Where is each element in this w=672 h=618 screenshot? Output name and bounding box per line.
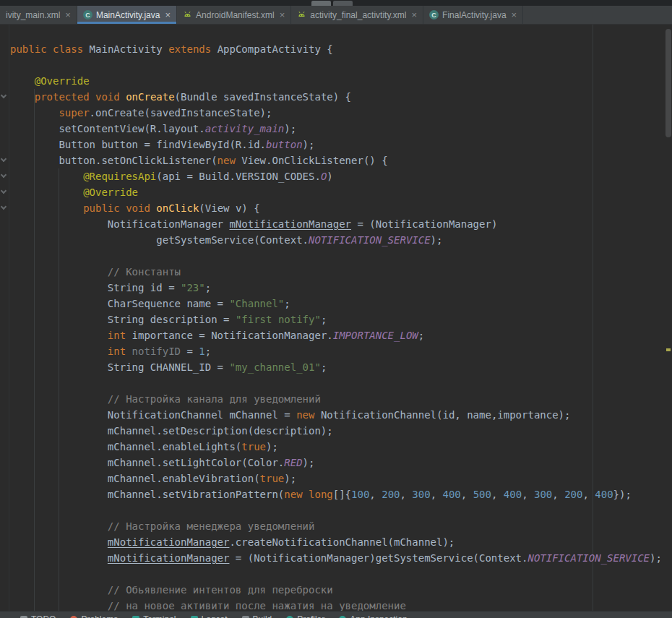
android-studio-window: ivity_main.xml×CMainActivity.java×Androi… — [0, 0, 672, 618]
code-line: String id = "23"; — [10, 280, 672, 296]
fold-arrow-icon[interactable] — [1, 188, 7, 194]
tab-bar: ivity_main.xml×CMainActivity.java×Androi… — [0, 6, 672, 25]
main-toolbar — [0, 0, 672, 6]
code-line: // Настройка менеджера уведомлений — [10, 518, 672, 534]
code-line: CharSequence name = "Channel"; — [10, 296, 672, 312]
code-line: int importance = NotificationManager.IMP… — [10, 327, 672, 343]
code-line: String CHANNEL_ID = "my_channel_01"; — [10, 359, 672, 375]
code-line: // Настройка канала для уведомлений — [10, 391, 672, 407]
code-line: setContentView(R.layout.activity_main); — [10, 121, 672, 137]
close-tab-icon[interactable]: × — [165, 10, 171, 20]
code-line — [10, 375, 672, 391]
tab-label: ivity_main.xml — [6, 10, 60, 20]
code-line: mChannel.enableVibration(true); — [10, 471, 672, 486]
toolwindow-button-problems[interactable]: Problems — [70, 614, 118, 618]
code-line: NotificationChannel mChannel = new Notif… — [10, 407, 672, 423]
toolwindow-button-app-inspection[interactable]: App Inspection — [339, 614, 407, 618]
code-line: // Константы — [10, 264, 672, 280]
close-tab-icon[interactable]: × — [412, 10, 418, 20]
status-bar: TODOProblemsTerminalLogcatBuildProfilerA… — [0, 611, 672, 618]
code-area: public class MainActivity extends AppCom… — [10, 41, 672, 614]
toolwindow-label: Logcat — [202, 614, 228, 618]
close-tab-icon[interactable]: × — [65, 10, 71, 20]
tab-label: MainActivity.java — [96, 10, 160, 20]
code-line: getSystemService(Context.NOTIFICATION_SE… — [10, 232, 672, 248]
code-line: int notifyID = 1; — [10, 343, 672, 359]
close-tab-icon[interactable]: × — [280, 10, 285, 20]
java-class-icon: C — [83, 10, 92, 20]
toolwindow-button-terminal[interactable]: Terminal — [132, 614, 176, 618]
fold-arrow-icon[interactable] — [1, 156, 7, 162]
close-tab-icon[interactable]: × — [512, 10, 517, 20]
toolwindow-button-build[interactable]: Build — [242, 614, 272, 618]
fold-arrow-icon[interactable] — [1, 204, 7, 210]
tab-mainactivity-java[interactable]: CMainActivity.java× — [77, 6, 177, 24]
code-line: mChannel.enableLights(true); — [10, 439, 672, 455]
code-line: mChannel.setVibrationPattern(new long[]{… — [10, 486, 672, 502]
tab-activity-final-activtity-xml[interactable]: activity_final_activtity.xml× — [291, 6, 423, 24]
code-line: String description = "first notify"; — [10, 312, 672, 327]
code-line: public class MainActivity extends AppCom… — [10, 41, 672, 57]
code-line: mNotificationManager.createNotificationC… — [10, 534, 672, 550]
toolwindow-button-logcat[interactable]: Logcat — [191, 614, 228, 618]
code-line: @Override — [10, 73, 672, 89]
code-line: NotificationManager mNotificationManager… — [10, 216, 672, 232]
toolwindow-label: Terminal — [143, 614, 176, 618]
code-line: mNotificationManager = (NotificationMana… — [10, 550, 672, 566]
warning-stripe-mark — [666, 348, 671, 351]
fold-arrow-icon[interactable] — [1, 93, 7, 98]
toolwindow-label: Profiler — [297, 614, 324, 618]
code-line: mChannel.setDescription(description); — [10, 423, 672, 439]
code-line: button.setOnClickListener(new View.OnCli… — [10, 153, 672, 168]
java-class-icon: C — [429, 10, 439, 20]
code-line: @RequiresApi(api = Build.VERSION_CODES.O… — [10, 168, 672, 184]
toolwindow-label: App Inspection — [350, 614, 407, 618]
code-line: // Обьявление интентов для переброски — [10, 582, 672, 598]
code-line: Button button = findViewById(R.id.button… — [10, 137, 672, 153]
code-line: super.onCreate(savedInstanceState); — [10, 105, 672, 121]
code-line: mChannel.setLightColor(Color.RED); — [10, 455, 672, 471]
code-line — [10, 57, 672, 73]
editor[interactable]: public class MainActivity extends AppCom… — [0, 25, 672, 618]
tab-label: FinalActivity.java — [442, 10, 506, 20]
tab-finalactivity-java[interactable]: CFinalActivity.java× — [423, 6, 523, 24]
tab-label: AndroidManifest.xml — [196, 10, 275, 20]
toolwindow-label: Build — [253, 614, 272, 618]
gutter — [0, 25, 9, 618]
android-xml-icon — [297, 10, 306, 20]
code-line — [10, 248, 672, 264]
code-line: public void onClick(View v) { — [10, 200, 672, 216]
tab-androidmanifest-xml[interactable]: AndroidManifest.xml× — [177, 6, 291, 24]
tab-ivity-main-xml[interactable]: ivity_main.xml× — [0, 6, 77, 24]
toolwindow-label: TODO — [31, 614, 56, 618]
tab-label: activity_final_activtity.xml — [310, 10, 406, 20]
code-line — [10, 502, 672, 518]
code-line: @Override — [10, 184, 672, 200]
code-line: protected void onCreate(Bundle savedInst… — [10, 89, 672, 105]
toolwindow-button-todo[interactable]: TODO — [20, 614, 56, 618]
scrollbar-thumb[interactable] — [665, 29, 671, 137]
android-xml-icon — [183, 10, 192, 20]
fold-arrow-icon[interactable] — [1, 172, 7, 178]
toolwindow-button-profiler[interactable]: Profiler — [286, 614, 324, 618]
code-line — [10, 566, 672, 582]
toolwindow-label: Problems — [81, 614, 118, 618]
